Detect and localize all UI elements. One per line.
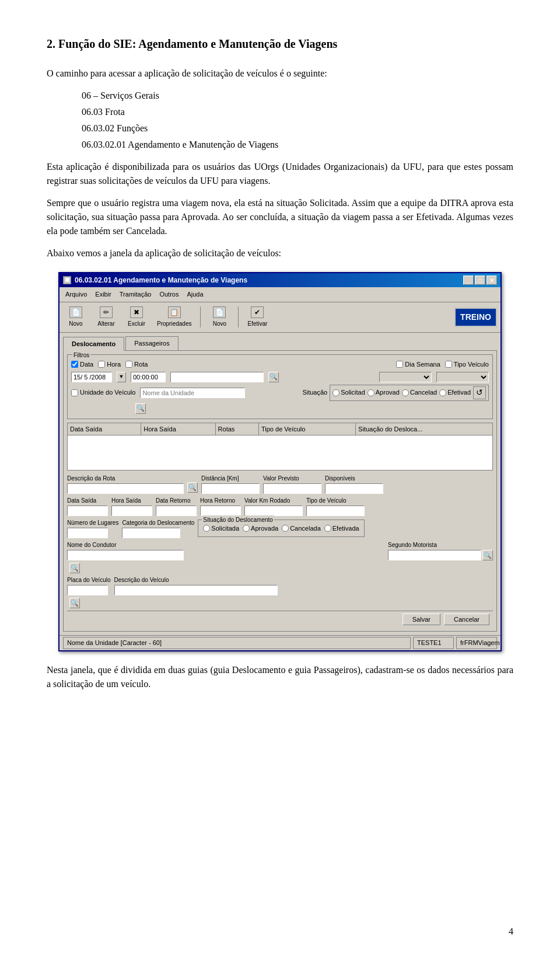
time-input[interactable]: [131, 372, 166, 382]
data-checkbox-label[interactable]: Data: [71, 360, 93, 370]
hora-retorno-input[interactable]: [200, 506, 241, 516]
toolbar-propriedades-btn[interactable]: 📋 Propriedades: [154, 305, 194, 330]
window-content: Deslocamento Passageiros Filtros Data: [60, 333, 501, 636]
radio-efetivad[interactable]: [439, 389, 446, 396]
toolbar-alterar-label: Alterar: [97, 319, 114, 328]
hora-checkbox-label[interactable]: Hora: [98, 360, 121, 370]
segundo-motorista-search-btn[interactable]: 🔍: [482, 550, 493, 560]
radio-solicitad[interactable]: [332, 389, 340, 396]
novo2-icon: 📄: [213, 306, 226, 318]
radio-aprovada[interactable]: [243, 525, 250, 532]
descricao-search-btn[interactable]: 🔍: [187, 482, 198, 493]
hora-saida-input[interactable]: [111, 506, 152, 516]
rota-checkbox[interactable]: [125, 361, 132, 368]
toolbar-novo-label: Novo: [69, 319, 82, 328]
tipo-veiculo-checkbox-label[interactable]: Tipo Veículo: [445, 360, 489, 370]
data-saida-input[interactable]: [67, 506, 108, 516]
rota-input[interactable]: [170, 372, 264, 382]
data-saida-field: Data Saída: [67, 496, 108, 516]
data-retorno-input[interactable]: [156, 506, 197, 516]
valor-previsto-input[interactable]: [263, 483, 321, 494]
radio-efetivada[interactable]: [324, 525, 331, 532]
col-hora-saida: Hora Saída: [141, 423, 215, 435]
radio-solicitada-label[interactable]: Solicitada: [203, 524, 239, 534]
placa-veiculo-field: Placa do Veículo: [67, 576, 111, 595]
col-tipo-veiculo: Tipo de Veículo: [258, 423, 355, 435]
categoria-deslocamento-input[interactable]: [122, 528, 180, 538]
toolbar-novo2-label: Novo: [213, 319, 226, 328]
distancia-input[interactable]: [201, 483, 260, 494]
radio-solicitada[interactable]: [203, 525, 210, 532]
salvar-button[interactable]: Salvar: [402, 614, 440, 625]
radio-solicitad-label[interactable]: Solicitad: [332, 388, 365, 398]
toolbar-alterar-btn[interactable]: ✏ Alterar: [93, 305, 119, 330]
radio-cancelada[interactable]: [282, 525, 289, 532]
radio-cancelad[interactable]: [402, 389, 409, 396]
date-dropdown-btn[interactable]: ▼: [117, 372, 126, 382]
dia-semana-checkbox[interactable]: [396, 361, 403, 368]
intro-paragraph: O caminho para acessar a aplicação de so…: [47, 67, 513, 81]
tipo-veiculo-checkbox[interactable]: [445, 361, 452, 368]
nome-unidade-input[interactable]: [140, 388, 245, 398]
menu-ajuda[interactable]: Ajuda: [183, 288, 206, 301]
toolbar-efetivar-btn[interactable]: ✔ Efetivar: [244, 305, 270, 330]
dia-semana-select[interactable]: [379, 372, 432, 382]
path-item-3: 06.03.02 Funções: [82, 121, 513, 135]
radio-efetivada-label[interactable]: Efetivada: [324, 524, 359, 534]
unidade-veiculo-checkbox-label[interactable]: Unidade do Veículo: [71, 388, 135, 398]
menu-tramitacao[interactable]: Tramitação: [116, 288, 155, 301]
tab-deslocamento[interactable]: Deslocamento: [63, 337, 124, 351]
tab-content: Filtros Data Hora Rota: [63, 350, 497, 632]
cancelar-button[interactable]: Cancelar: [444, 614, 489, 625]
num-lugares-input[interactable]: [67, 528, 108, 538]
placa-search-btn[interactable]: 🔍: [69, 598, 80, 608]
descricao-veiculo-input[interactable]: [114, 585, 278, 595]
minimize-button[interactable]: _: [463, 276, 474, 285]
menu-outros[interactable]: Outros: [156, 288, 182, 301]
dia-semana-checkbox-label[interactable]: Dia Semana: [396, 360, 440, 370]
menu-exibir[interactable]: Exibir: [92, 288, 115, 301]
radio-aprovada-text: Aprovada: [251, 524, 278, 534]
tipo-veiculo-form-input[interactable]: [306, 506, 365, 516]
results-table: Data Saída Hora Saída Rotas Tipo de Veíc…: [67, 423, 493, 471]
disponiveis-input[interactable]: [325, 483, 383, 494]
date-input[interactable]: [71, 372, 112, 382]
segundo-motorista-input[interactable]: [388, 550, 481, 560]
toolbar-excluir-btn[interactable]: ✖ Excluir: [124, 305, 149, 330]
filter-row-1: Data Hora Rota Dia Sem: [71, 360, 489, 370]
unidade-search-btn[interactable]: 🔍: [135, 403, 146, 414]
radio-cancelad-label[interactable]: Cancelad: [402, 388, 437, 398]
close-button[interactable]: ✕: [487, 276, 497, 285]
toolbar-novo2-btn[interactable]: 📄 Novo: [206, 305, 232, 330]
radio-efetivad-label[interactable]: Efetivad: [439, 388, 471, 398]
rota-search-btn[interactable]: 🔍: [268, 372, 279, 382]
menu-arquivo[interactable]: Arquivo: [62, 288, 90, 301]
col-rotas: Rotas: [215, 423, 258, 435]
radio-aprovad-label[interactable]: Aprovad: [368, 388, 400, 398]
nome-condutor-input[interactable]: [67, 550, 184, 560]
data-label: Data: [80, 360, 93, 370]
valor-km-input[interactable]: [244, 506, 303, 516]
rota-label: Rota: [134, 360, 148, 370]
maximize-button[interactable]: □: [475, 276, 485, 285]
placa-veiculo-input[interactable]: [67, 585, 108, 595]
data-checkbox[interactable]: [71, 361, 78, 368]
radio-cancelada-label[interactable]: Cancelada: [282, 524, 321, 534]
toolbar-novo-btn[interactable]: 📄 Novo: [63, 305, 89, 330]
hora-checkbox[interactable]: [98, 361, 105, 368]
radio-aprovad[interactable]: [368, 389, 374, 396]
tipo-veiculo-select[interactable]: [436, 372, 489, 382]
condutor-search-btn[interactable]: 🔍: [69, 563, 80, 573]
descricao-rota-input[interactable]: [67, 483, 184, 494]
refresh-button[interactable]: ↺: [473, 386, 486, 399]
body-paragraph-2: Sempre que o usuário registra uma viagem…: [47, 196, 513, 238]
window-controls[interactable]: _ □ ✕: [463, 276, 497, 285]
rota-checkbox-label[interactable]: Rota: [125, 360, 148, 370]
form-section: Descrição da Rota 🔍 Distância [Km] Valor…: [67, 474, 493, 608]
unidade-veiculo-checkbox[interactable]: [71, 389, 78, 396]
tab-passageiros[interactable]: Passageiros: [125, 336, 178, 351]
filter-row-2: ▼ 🔍: [71, 372, 489, 382]
table-row-empty: [68, 435, 493, 470]
radio-aprovada-label[interactable]: Aprovada: [243, 524, 278, 534]
num-lugares-label: Número de Lugares: [67, 518, 118, 527]
